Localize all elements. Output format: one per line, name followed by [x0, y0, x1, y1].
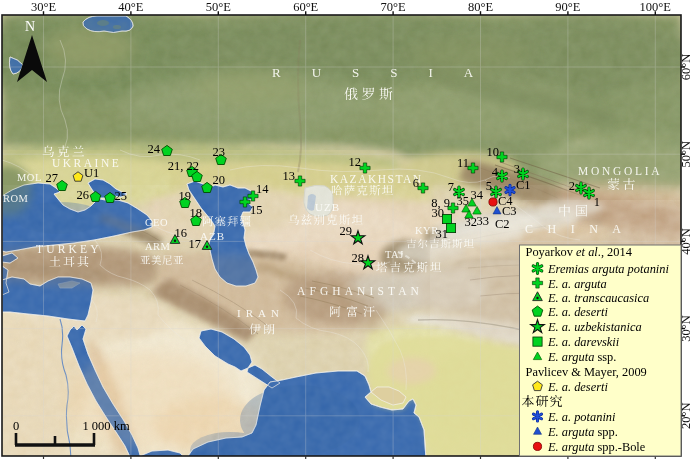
svg-text:KAZAKHSTAN: KAZAKHSTAN	[330, 173, 423, 185]
svg-text:C2: C2	[495, 217, 510, 231]
svg-text:23: 23	[213, 145, 226, 159]
svg-text:10: 10	[487, 145, 500, 159]
svg-text:Eremias arguta potanini: Eremias arguta potanini	[547, 262, 669, 276]
svg-text:24: 24	[148, 142, 161, 156]
svg-text:90°E: 90°E	[555, 0, 580, 14]
svg-text:7: 7	[448, 180, 454, 194]
svg-text:1 000 km: 1 000 km	[82, 419, 130, 433]
svg-text:TURKEY: TURKEY	[36, 243, 102, 255]
svg-text:26: 26	[77, 188, 90, 202]
svg-text:50°N: 50°N	[679, 141, 693, 168]
svg-text:50°E: 50°E	[206, 0, 231, 14]
svg-text:19: 19	[179, 189, 192, 203]
svg-text:4: 4	[492, 165, 499, 179]
svg-text:30°E: 30°E	[31, 0, 56, 14]
svg-text:0: 0	[13, 419, 19, 433]
svg-text:ROM: ROM	[3, 193, 29, 204]
svg-text:11: 11	[457, 156, 469, 170]
svg-text:33: 33	[477, 214, 490, 228]
svg-text:1: 1	[594, 195, 600, 209]
svg-text:MONGOLIA: MONGOLIA	[578, 165, 662, 177]
svg-text:CHINA: CHINA	[525, 222, 636, 236]
svg-text:U1: U1	[84, 166, 99, 180]
svg-text:18: 18	[190, 206, 203, 220]
svg-text:2: 2	[569, 179, 575, 193]
svg-text:27: 27	[46, 171, 59, 185]
svg-text:25: 25	[115, 189, 128, 203]
svg-text:AZB: AZB	[200, 230, 225, 242]
svg-text:20: 20	[213, 173, 226, 187]
svg-text:13: 13	[283, 169, 296, 183]
svg-text:AFGHANISTAN: AFGHANISTAN	[297, 285, 423, 297]
svg-text:MOL: MOL	[17, 172, 42, 183]
svg-text:100°E: 100°E	[640, 0, 672, 14]
svg-text:C3: C3	[502, 204, 517, 218]
svg-text:E. a. potanini: E. a. potanini	[547, 410, 616, 424]
svg-text:TAJ: TAJ	[385, 249, 404, 260]
svg-text:14: 14	[256, 182, 269, 196]
svg-text:21, 22: 21, 22	[168, 159, 199, 173]
svg-text:80°E: 80°E	[468, 0, 493, 14]
svg-text:E. a. deserti: E. a. deserti	[547, 380, 608, 394]
svg-text:12: 12	[349, 155, 362, 169]
svg-text:40°E: 40°E	[118, 0, 143, 14]
svg-text:60°N: 60°N	[679, 54, 693, 81]
svg-text:ARM: ARM	[145, 241, 171, 252]
svg-text:E. a. uzbekistanica: E. a. uzbekistanica	[547, 320, 642, 334]
svg-text:IRAN: IRAN	[237, 307, 284, 319]
svg-text:15: 15	[250, 203, 263, 217]
svg-text:28: 28	[352, 251, 365, 265]
svg-text:60°E: 60°E	[293, 0, 318, 14]
svg-text:GEO: GEO	[145, 217, 168, 228]
svg-text:E. arguta spp.: E. arguta spp.	[547, 425, 618, 439]
svg-text:C1: C1	[516, 178, 531, 192]
svg-text:Pavlicev & Mayer, 2009: Pavlicev & Mayer, 2009	[526, 365, 647, 379]
svg-text:E. a. arguta: E. a. arguta	[547, 277, 607, 291]
svg-text:Poyarkov et al., 2014: Poyarkov et al., 2014	[526, 245, 632, 259]
svg-text:32: 32	[465, 215, 478, 229]
svg-text:N: N	[25, 19, 35, 34]
svg-text:70°E: 70°E	[381, 0, 406, 14]
svg-text:RUSSIA: RUSSIA	[272, 65, 504, 80]
svg-text:35: 35	[457, 194, 470, 208]
svg-text:3: 3	[514, 162, 520, 176]
svg-text:E. arguta spp.-Bole: E. arguta spp.-Bole	[547, 440, 646, 454]
svg-text:E. arguta ssp.: E. arguta ssp.	[547, 350, 616, 364]
svg-text:6: 6	[413, 176, 419, 190]
svg-text:E. a. transcaucasica: E. a. transcaucasica	[547, 291, 649, 305]
svg-text:34: 34	[471, 188, 484, 202]
svg-text:E. a. darevskii: E. a. darevskii	[547, 335, 620, 349]
svg-text:17: 17	[189, 237, 202, 251]
svg-text:5: 5	[486, 179, 492, 193]
svg-text:29: 29	[340, 224, 353, 238]
svg-text:UZB: UZB	[315, 201, 340, 213]
svg-text:E. a. deserti: E. a. deserti	[547, 305, 608, 319]
svg-text:16: 16	[175, 226, 188, 240]
